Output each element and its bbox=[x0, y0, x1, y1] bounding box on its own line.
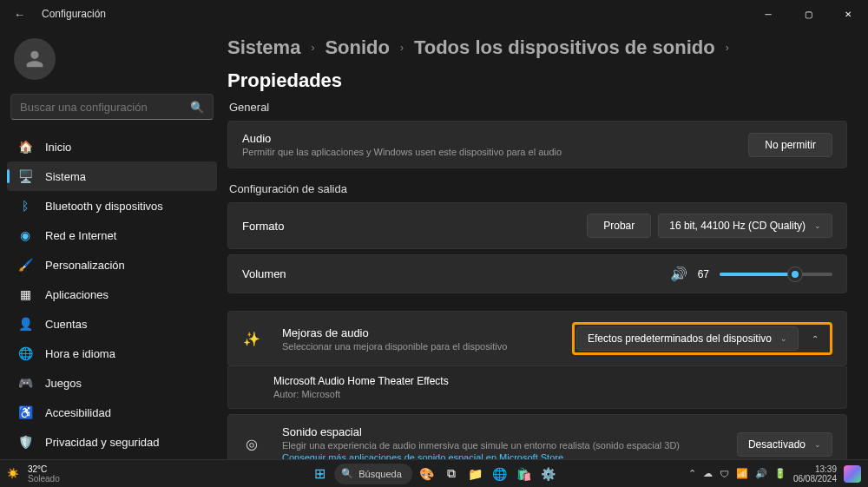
nav-aplicaciones[interactable]: ▦Aplicaciones bbox=[7, 280, 217, 309]
weather-desc: Soleado bbox=[28, 474, 60, 484]
accessibility-icon: ♿ bbox=[17, 405, 33, 420]
no-permitir-button[interactable]: No permitir bbox=[748, 133, 832, 157]
system-icon: 🖥️ bbox=[17, 168, 33, 184]
spatial-select[interactable]: Desactivado ⌄ bbox=[737, 432, 832, 457]
brush-icon: 🖌️ bbox=[17, 257, 33, 273]
spatial-link[interactable]: Conseguir más aplicaciones de sonido esp… bbox=[282, 452, 730, 459]
volumen-slider[interactable] bbox=[720, 273, 832, 276]
temp: 32°C bbox=[28, 464, 60, 474]
copilot-button[interactable] bbox=[844, 465, 861, 483]
copilot-icon[interactable]: 🎨 bbox=[418, 464, 437, 484]
chevron-right-icon: › bbox=[726, 42, 729, 54]
nav-list: 🏠Inicio 🖥️Sistema ᛒBluetooth y dispositi… bbox=[7, 132, 217, 486]
taskbar-center: ⊞ 🔍 Búsqueda 🎨 ⧉ 📁 🌐 🛍️ ⚙️ bbox=[310, 464, 558, 484]
user-profile[interactable] bbox=[7, 35, 217, 87]
detail-sub: Autor: Microsoft bbox=[273, 389, 832, 399]
card-spatial: ◎ Sonido espacial Elegir una experiencia… bbox=[227, 414, 847, 459]
tray-battery-icon[interactable]: 🔋 bbox=[774, 468, 786, 479]
volumen-label: Volumen bbox=[242, 267, 660, 280]
search-input[interactable] bbox=[20, 101, 190, 114]
edge-icon[interactable]: 🌐 bbox=[490, 464, 510, 484]
start-button[interactable]: ⊞ bbox=[310, 464, 329, 484]
card-mejoras: ✨ Mejoras de audio Seleccionar una mejor… bbox=[227, 311, 847, 366]
minimize-button[interactable]: ─ bbox=[748, 0, 788, 28]
mejoras-select[interactable]: Efectos predeterminados del dispositivo … bbox=[576, 326, 799, 351]
nav-sistema[interactable]: 🖥️Sistema bbox=[7, 161, 217, 191]
crumb-sonido[interactable]: Sonido bbox=[325, 36, 390, 59]
search-icon: 🔍 bbox=[341, 468, 353, 479]
tray-wifi-icon[interactable]: 📶 bbox=[736, 468, 748, 479]
formato-select[interactable]: 16 bit, 44100 Hz (CD Quality) ⌄ bbox=[658, 214, 832, 238]
clock-icon: 🌐 bbox=[17, 346, 33, 361]
settings-icon[interactable]: ⚙️ bbox=[539, 464, 558, 484]
chevron-right-icon: › bbox=[400, 42, 404, 54]
titlebar: ← Configuración ─ ▢ ✕ bbox=[0, 0, 868, 28]
crumb-sistema[interactable]: Sistema bbox=[227, 36, 300, 59]
account-icon: 👤 bbox=[17, 316, 33, 332]
close-button[interactable]: ✕ bbox=[828, 0, 868, 28]
maximize-button[interactable]: ▢ bbox=[788, 0, 828, 28]
search-icon: 🔍 bbox=[190, 101, 204, 114]
collapse-button[interactable]: ⌃ bbox=[802, 326, 828, 351]
card-volumen: Volumen 🔊 67 bbox=[227, 254, 847, 293]
taskbar-weather[interactable]: ☀️ 32°C Soleado bbox=[7, 464, 60, 484]
crumb-propiedades: Propiedades bbox=[227, 69, 342, 92]
sparkle-icon: ✨ bbox=[242, 331, 261, 347]
nav-bluetooth[interactable]: ᛒBluetooth y dispositivos bbox=[7, 191, 217, 220]
tray-security-icon[interactable]: 🛡 bbox=[720, 469, 729, 479]
chevron-down-icon: ⌄ bbox=[814, 440, 821, 449]
shield-icon: 🛡️ bbox=[17, 434, 33, 450]
explorer-icon[interactable]: 📁 bbox=[466, 464, 485, 484]
main-content: Sistema › Sonido › Todos los dispositivo… bbox=[224, 28, 868, 459]
tray-onedrive-icon[interactable]: ☁ bbox=[703, 468, 713, 479]
taskbar-clock[interactable]: 13:39 06/08/2024 bbox=[793, 464, 837, 484]
audio-title: Audio bbox=[242, 132, 748, 145]
crumb-dispositivos[interactable]: Todos los dispositivos de sonido bbox=[414, 36, 715, 59]
window-title: Configuración bbox=[42, 8, 106, 20]
nav-juegos[interactable]: 🎮Juegos bbox=[7, 368, 217, 398]
tray-volume-icon[interactable]: 🔊 bbox=[755, 468, 767, 479]
mejoras-title: Mejoras de audio bbox=[282, 326, 565, 339]
formato-label: Formato bbox=[242, 220, 580, 233]
breadcrumb: Sistema › Sonido › Todos los dispositivo… bbox=[227, 36, 847, 92]
task-view-icon[interactable]: ⧉ bbox=[442, 464, 461, 484]
card-audio: Audio Permitir que las aplicaciones y Wi… bbox=[227, 121, 847, 168]
spatial-title: Sonido espacial bbox=[282, 425, 730, 438]
nav-inicio[interactable]: 🏠Inicio bbox=[7, 132, 217, 161]
avatar bbox=[14, 38, 56, 80]
card-formato: Formato Probar 16 bit, 44100 Hz (CD Qual… bbox=[227, 202, 847, 249]
chevron-right-icon: › bbox=[311, 42, 314, 54]
chevron-down-icon: ⌄ bbox=[780, 334, 787, 343]
gamepad-icon: 🎮 bbox=[17, 375, 33, 391]
probar-button[interactable]: Probar bbox=[587, 214, 651, 238]
nav-personalizacion[interactable]: 🖌️Personalización bbox=[7, 250, 217, 280]
section-general-title: General bbox=[229, 101, 847, 114]
slider-thumb[interactable] bbox=[788, 267, 802, 281]
store-icon[interactable]: 🛍️ bbox=[515, 464, 534, 484]
sun-icon: ☀️ bbox=[7, 468, 19, 479]
audio-sub: Permitir que las aplicaciones y Windows … bbox=[242, 147, 748, 157]
taskbar-search[interactable]: 🔍 Búsqueda bbox=[334, 464, 412, 484]
speaker-icon[interactable]: 🔊 bbox=[670, 266, 687, 282]
tray-chevron-icon[interactable]: ⌃ bbox=[688, 468, 696, 479]
window-controls: ─ ▢ ✕ bbox=[748, 0, 868, 28]
mejoras-sub: Seleccionar una mejora disponible para e… bbox=[282, 341, 565, 352]
section-output-title: Configuración de salida bbox=[229, 182, 847, 195]
spatial-icon: ◎ bbox=[242, 436, 261, 452]
home-icon: 🏠 bbox=[17, 139, 33, 155]
nav-privacidad[interactable]: 🛡️Privacidad y seguridad bbox=[7, 427, 217, 457]
nav-hora[interactable]: 🌐Hora e idioma bbox=[7, 339, 217, 368]
mejoras-detail: Microsoft Audio Home Theater Effects Aut… bbox=[227, 366, 847, 409]
back-button[interactable]: ← bbox=[14, 8, 31, 21]
taskbar-tray: ⌃ ☁ 🛡 📶 🔊 🔋 13:39 06/08/2024 bbox=[688, 464, 861, 484]
search-input-container[interactable]: 🔍 bbox=[10, 94, 214, 120]
slider-fill bbox=[720, 273, 795, 276]
nav-red[interactable]: ◉Red e Internet bbox=[7, 220, 217, 250]
nav-cuentas[interactable]: 👤Cuentas bbox=[7, 309, 217, 339]
highlighted-control: Efectos predeterminados del dispositivo … bbox=[572, 322, 832, 355]
detail-title: Microsoft Audio Home Theater Effects bbox=[273, 375, 832, 387]
sidebar: 🔍 🏠Inicio 🖥️Sistema ᛒBluetooth y disposi… bbox=[0, 28, 224, 459]
wifi-icon: ◉ bbox=[17, 227, 33, 243]
chevron-down-icon: ⌄ bbox=[814, 221, 821, 230]
nav-accesibilidad[interactable]: ♿Accesibilidad bbox=[7, 398, 217, 427]
